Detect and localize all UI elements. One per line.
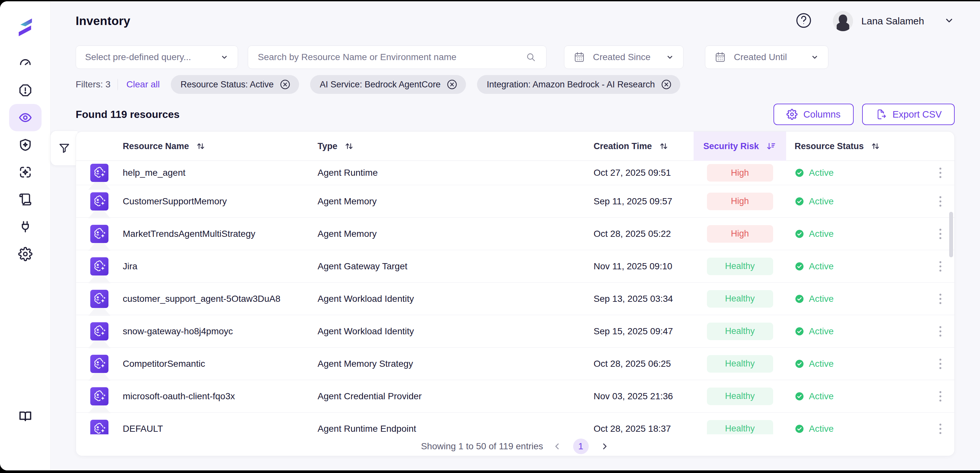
column-header-resource-status[interactable]: Resource Status [786, 140, 926, 152]
row-actions-kebab-menu[interactable] [936, 290, 945, 307]
results-bar: Found 119 resources Columns Export CS [76, 103, 955, 126]
security-risk-badge: Healthy [707, 420, 773, 435]
calendar-icon [573, 51, 585, 63]
sidebar-item-docs[interactable] [18, 409, 33, 425]
sidebar-item-ai-discovery[interactable] [9, 159, 41, 186]
resource-type: Agent Memory [318, 229, 593, 239]
column-header-label: Resource Name [123, 141, 189, 151]
resource-status: Active [786, 196, 926, 207]
remove-filter-button[interactable] [446, 78, 458, 91]
row-actions-kebab-menu[interactable] [936, 355, 945, 372]
column-header-security-risk[interactable]: Security Risk [694, 132, 786, 161]
table-footer: Showing 1 to 50 of 119 entries 1 [76, 437, 955, 456]
resource-type: Agent Memory Strategy [318, 358, 593, 369]
creation-time: Oct 28, 2025 06:25 [593, 358, 694, 369]
chevron-down-icon [220, 53, 229, 61]
remove-filter-button[interactable] [279, 78, 291, 91]
column-header-resource-name[interactable]: Resource Name [123, 140, 318, 152]
security-risk-badge: Healthy [707, 290, 773, 307]
row-actions-kebab-menu[interactable] [936, 420, 945, 435]
sidebar-item-integrations[interactable] [9, 213, 41, 240]
resource-status: Active [786, 261, 926, 272]
row-actions-kebab-menu[interactable] [936, 258, 945, 275]
created-until-label: Created Until [734, 52, 787, 62]
table-row[interactable]: help_me_agent Agent Runtime Oct 27, 2025… [76, 161, 955, 185]
row-actions-kebab-menu[interactable] [936, 193, 945, 210]
settings-gear-icon [18, 247, 32, 261]
row-actions-kebab-menu[interactable] [936, 225, 945, 242]
table-filter-tab[interactable] [50, 131, 78, 166]
table-row[interactable]: snow-gateway-ho8j4pmoyc Agent Workload I… [76, 315, 955, 347]
bedrock-agent-icon [90, 355, 108, 373]
user-menu-chevron-down-icon[interactable] [943, 15, 955, 27]
created-until-picker[interactable]: Created Until [705, 46, 828, 69]
resources-table: Resource Name Type Creation Time [76, 131, 955, 456]
filters-count-label: Filters: 3 [76, 79, 110, 90]
resource-status: Active [786, 326, 926, 336]
table-row[interactable]: MarketTrendsAgentMultiStrategy Agent Mem… [76, 217, 955, 250]
sort-icon [658, 140, 670, 152]
funnel-icon [58, 142, 71, 154]
user-name: Lana Salameh [861, 16, 924, 27]
pagination-prev-button[interactable] [552, 441, 562, 451]
bedrock-agent-icon [90, 387, 108, 405]
chevron-right-icon [600, 441, 609, 451]
table-row[interactable]: DEFAULT Agent Runtime Endpoint Oct 28, 2… [76, 412, 955, 434]
search-icon [525, 52, 536, 63]
app-window: Inventory Lana Salameh [0, 1, 980, 470]
table-row[interactable]: CompetitorSemantic Agent Memory Strategy… [76, 347, 955, 380]
export-file-icon [875, 108, 887, 120]
main-content: Inventory Lana Salameh [50, 1, 980, 470]
column-header-type[interactable]: Type [318, 140, 593, 152]
security-risk-badge: Healthy [707, 323, 773, 340]
table-row[interactable]: Jira Agent Gateway Target Nov 11, 2025 0… [76, 250, 955, 282]
row-actions-kebab-menu[interactable] [936, 388, 945, 405]
resource-status-label: Active [809, 424, 834, 434]
security-risk-badge: Healthy [707, 258, 773, 275]
created-since-picker[interactable]: Created Since [564, 46, 684, 69]
pagination-next-button[interactable] [600, 441, 609, 451]
columns-button-label: Columns [803, 109, 840, 120]
sidebar-item-inventory[interactable] [9, 104, 41, 131]
column-header-creation-time[interactable]: Creation Time [593, 140, 694, 152]
sidebar-item-alerts[interactable] [9, 76, 41, 104]
clear-all-filters-link[interactable]: Clear all [126, 79, 160, 90]
sidebar-item-policies[interactable] [9, 186, 41, 213]
resource-name: help_me_agent [123, 168, 318, 178]
column-header-label: Security Risk [703, 141, 759, 151]
ai-scan-icon [18, 165, 32, 179]
table-row[interactable]: microsoft-oauth-client-fqo3x Agent Crede… [76, 380, 955, 412]
columns-button[interactable]: Columns [773, 104, 853, 125]
sidebar-item-dashboard[interactable] [9, 49, 41, 76]
bedrock-agent-icon [90, 290, 108, 308]
search-input[interactable] [258, 52, 525, 62]
table-scrollbar-thumb[interactable] [949, 212, 953, 257]
remove-filter-button[interactable] [660, 78, 673, 91]
sidebar-nav [9, 49, 41, 268]
resource-name: MarketTrendsAgentMultiStrategy [123, 229, 318, 239]
question-circle-icon [795, 12, 812, 29]
resource-status-label: Active [809, 326, 834, 336]
help-button[interactable] [795, 12, 812, 30]
table-header-row: Resource Name Type Creation Time [76, 132, 955, 161]
resource-name: Jira [123, 261, 318, 272]
security-risk-badge: Healthy [707, 387, 773, 405]
predefined-query-select[interactable]: Select pre-defined query... [76, 46, 238, 69]
pagination-page-button[interactable]: 1 [573, 439, 589, 454]
resource-status-label: Active [809, 229, 834, 239]
resource-name: snow-gateway-ho8j4pmoyc [123, 326, 318, 336]
row-actions-kebab-menu[interactable] [936, 323, 945, 340]
sidebar-item-settings[interactable] [9, 240, 41, 268]
export-csv-button[interactable]: Export CSV [862, 104, 955, 125]
table-row[interactable]: customer_support_agent-5Otaw3DuA8 Agent … [76, 282, 955, 315]
resource-status-label: Active [809, 261, 834, 272]
app-logo[interactable] [14, 16, 36, 38]
creation-time: Nov 03, 2025 21:36 [593, 391, 694, 401]
active-check-icon [795, 261, 804, 271]
sidebar-item-security[interactable] [9, 131, 41, 159]
x-circle-icon [446, 78, 458, 91]
user-avatar[interactable] [833, 11, 853, 31]
row-actions-kebab-menu[interactable] [936, 164, 945, 181]
sort-icon [870, 140, 881, 152]
table-row[interactable]: CustomerSupportMemory Agent Memory Sep 1… [76, 185, 955, 217]
